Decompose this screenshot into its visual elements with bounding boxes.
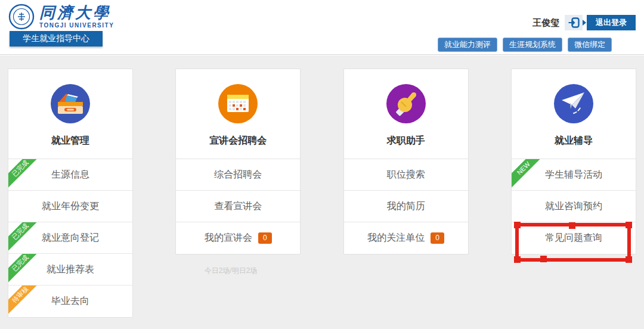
card-career-fairs: 宣讲会招聘会综合招聘会查看宣讲会我的宣讲会0 <box>175 69 301 254</box>
card-menu-item[interactable]: 已完成生源信息 <box>8 159 132 191</box>
nav-button-1[interactable]: 生涯规划系统 <box>503 38 562 52</box>
card-employment-management: 就业管理已完成生源信息就业年份变更已完成就业意向登记已完成就业推荐表待审核毕业去… <box>8 69 133 318</box>
nav-buttons: 就业能力测评生涯规划系统微信绑定 <box>438 38 612 52</box>
card-menu-item[interactable]: 我的宣讲会0 <box>176 222 300 254</box>
count-badge: 0 <box>431 232 444 243</box>
page: 同濟大學 TONGJI UNIVERSITY 学生就业指导中心 王俊玺 退出登录… <box>0 0 644 329</box>
menu-item-label: 综合招聘会 <box>214 169 262 181</box>
card-header: 就业辅导 <box>512 69 636 159</box>
card-menu-item[interactable]: 待审核毕业去向 <box>8 285 132 317</box>
university-name-cn: 同濟大學 <box>39 5 114 21</box>
menu-item-label: 职位搜索 <box>387 169 425 181</box>
card-menu-item[interactable]: 综合招聘会 <box>176 159 300 191</box>
user-name: 王俊玺 <box>532 17 559 29</box>
card-title: 求职助手 <box>344 135 468 147</box>
card-menu-item[interactable]: 就业咨询预约 <box>512 191 636 222</box>
menu-item-label: 常见问题查询 <box>545 232 602 244</box>
status-ribbon: 已完成 <box>8 222 42 254</box>
menu-item-label: 就业意向登记 <box>42 232 99 244</box>
status-ribbon: 已完成 <box>8 159 42 191</box>
card-header: 就业管理 <box>8 69 132 159</box>
cards-row: 就业管理已完成生源信息就业年份变更已完成就业意向登记已完成就业推荐表待审核毕业去… <box>8 69 636 318</box>
nav-button-0[interactable]: 就业能力测评 <box>438 38 497 52</box>
main-content: 就业管理已完成生源信息就业年份变更已完成就业意向登记已完成就业推荐表待审核毕业去… <box>0 55 644 329</box>
card-title: 就业辅导 <box>512 135 636 147</box>
header: 同濟大學 TONGJI UNIVERSITY 学生就业指导中心 王俊玺 退出登录… <box>0 0 644 55</box>
status-ribbon: 待审核 <box>8 285 42 317</box>
status-ribbon: NEW <box>512 159 546 191</box>
status-ribbon: 已完成 <box>8 254 42 285</box>
menu-item-label: 生源信息 <box>51 169 89 181</box>
dept-banner: 学生就业指导中心 <box>10 31 103 46</box>
card-menu-item[interactable]: 我的简历 <box>344 191 468 222</box>
university-logo: 同濟大學 TONGJI UNIVERSITY <box>8 4 114 30</box>
logout-arrow-icon <box>583 20 586 26</box>
menu-item-label: 我的宣讲会 <box>205 232 252 244</box>
menu-item-label: 就业咨询预约 <box>545 200 602 213</box>
menu-item-label: 查看宣讲会 <box>214 200 262 213</box>
card-menu-item[interactable]: 已完成就业意向登记 <box>8 222 132 254</box>
menu-item-label: 学生辅导活动 <box>545 169 602 181</box>
university-seal-icon <box>8 4 35 30</box>
card-job-search-assistant: 求职助手职位搜索我的简历我的关注单位0 <box>343 69 469 254</box>
card-menu-item[interactable]: NEW学生辅导活动 <box>512 159 636 191</box>
menu-item-label: 就业年份变更 <box>42 200 99 213</box>
card-menu-item[interactable]: 常见问题查询 <box>512 222 636 254</box>
nav-button-2[interactable]: 微信绑定 <box>568 38 612 52</box>
card-menu-item[interactable]: 已完成就业推荐表 <box>8 254 132 285</box>
card-menu-item[interactable]: 查看宣讲会 <box>176 191 300 222</box>
menu-item-label: 我的关注单位 <box>367 232 425 244</box>
card-menu-item[interactable]: 职位搜索 <box>344 159 468 191</box>
card-menu-item[interactable]: 就业年份变更 <box>8 191 132 222</box>
pointing-hand-icon <box>386 84 426 126</box>
card-header: 宣讲会招聘会 <box>176 69 300 159</box>
drawer-books-icon <box>51 84 90 126</box>
logout-icon[interactable] <box>565 15 583 30</box>
paper-plane-icon <box>554 84 593 126</box>
card-menu-item[interactable]: 我的关注单位0 <box>344 222 468 254</box>
card-header: 求职助手 <box>344 69 468 159</box>
menu-item-label: 毕业去向 <box>51 295 89 308</box>
card-employment-coaching: 就业辅导NEW学生辅导活动就业咨询预约常见问题查询 <box>511 69 636 254</box>
university-name-en: TONGJI UNIVERSITY <box>39 22 114 29</box>
session-count-note: 今日2场/明日2场 <box>168 266 293 276</box>
calendar-icon <box>218 84 258 126</box>
menu-item-label: 就业推荐表 <box>47 263 94 276</box>
logout-button[interactable]: 退出登录 <box>587 15 636 30</box>
menu-item-label: 我的简历 <box>387 200 425 213</box>
card-title: 宣讲会招聘会 <box>176 135 300 147</box>
card-title: 就业管理 <box>8 135 132 147</box>
user-area: 王俊玺 退出登录 <box>532 15 636 30</box>
count-badge: 0 <box>258 232 272 243</box>
